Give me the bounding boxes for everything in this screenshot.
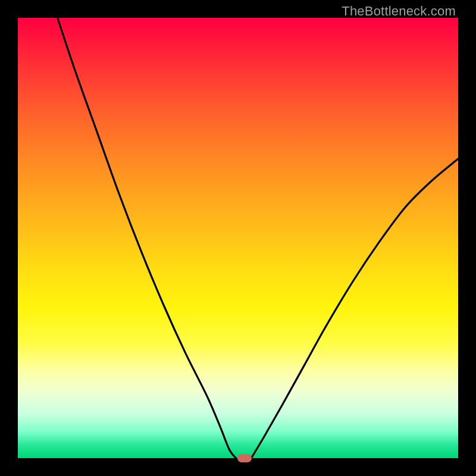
bottleneck-curve — [18, 18, 458, 458]
watermark-text: TheBottleneck.com — [342, 4, 456, 19]
plot-area — [18, 18, 458, 458]
minimum-marker — [237, 454, 252, 462]
chart-frame: TheBottleneck.com — [0, 0, 476, 476]
